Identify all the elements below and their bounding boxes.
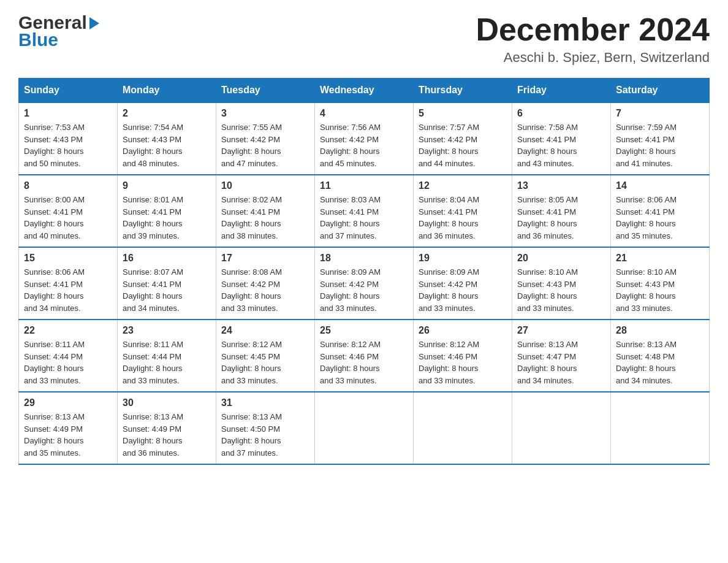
- calendar-cell: 18 Sunrise: 8:09 AM Sunset: 4:42 PM Dayl…: [315, 247, 414, 320]
- day-number: 23: [123, 325, 211, 336]
- day-info: Sunrise: 8:03 AM Sunset: 4:41 PM Dayligh…: [320, 194, 408, 242]
- header-row: SundayMondayTuesdayWednesdayThursdayFrid…: [19, 79, 710, 103]
- day-info: Sunrise: 7:55 AM Sunset: 4:42 PM Dayligh…: [221, 121, 309, 169]
- day-number: 19: [419, 253, 507, 264]
- day-info: Sunrise: 8:08 AM Sunset: 4:42 PM Dayligh…: [221, 266, 309, 314]
- calendar-cell: 9 Sunrise: 8:01 AM Sunset: 4:41 PM Dayli…: [118, 175, 216, 247]
- calendar-header: SundayMondayTuesdayWednesdayThursdayFrid…: [19, 79, 710, 103]
- calendar-cell: 28 Sunrise: 8:13 AM Sunset: 4:48 PM Dayl…: [611, 320, 710, 392]
- logo: General Blue: [18, 12, 99, 50]
- calendar-cell: 3 Sunrise: 7:55 AM Sunset: 4:42 PM Dayli…: [216, 102, 315, 175]
- day-info: Sunrise: 8:00 AM Sunset: 4:41 PM Dayligh…: [24, 194, 112, 242]
- calendar-cell: [512, 392, 611, 464]
- day-info: Sunrise: 8:04 AM Sunset: 4:41 PM Dayligh…: [419, 194, 507, 242]
- calendar-cell: 21 Sunrise: 8:10 AM Sunset: 4:43 PM Dayl…: [611, 247, 710, 320]
- day-number: 16: [123, 253, 211, 264]
- day-info: Sunrise: 8:13 AM Sunset: 4:49 PM Dayligh…: [123, 411, 211, 459]
- calendar-cell: 16 Sunrise: 8:07 AM Sunset: 4:41 PM Dayl…: [118, 247, 216, 320]
- day-number: 27: [517, 325, 605, 336]
- calendar-cell: 6 Sunrise: 7:58 AM Sunset: 4:41 PM Dayli…: [512, 102, 611, 175]
- day-info: Sunrise: 8:11 AM Sunset: 4:44 PM Dayligh…: [24, 339, 112, 386]
- day-info: Sunrise: 7:53 AM Sunset: 4:43 PM Dayligh…: [24, 121, 112, 169]
- day-number: 11: [320, 180, 408, 191]
- calendar-cell: 2 Sunrise: 7:54 AM Sunset: 4:43 PM Dayli…: [118, 102, 216, 175]
- day-info: Sunrise: 8:09 AM Sunset: 4:42 PM Dayligh…: [419, 266, 507, 314]
- day-info: Sunrise: 7:56 AM Sunset: 4:42 PM Dayligh…: [320, 121, 408, 169]
- day-number: 4: [320, 108, 408, 119]
- day-info: Sunrise: 8:10 AM Sunset: 4:43 PM Dayligh…: [616, 266, 704, 314]
- header-cell-sunday: Sunday: [19, 79, 118, 103]
- day-info: Sunrise: 8:12 AM Sunset: 4:45 PM Dayligh…: [221, 339, 309, 386]
- day-number: 10: [221, 180, 309, 191]
- calendar-table: SundayMondayTuesdayWednesdayThursdayFrid…: [18, 78, 710, 465]
- day-info: Sunrise: 8:10 AM Sunset: 4:43 PM Dayligh…: [517, 266, 605, 314]
- calendar-cell: 11 Sunrise: 8:03 AM Sunset: 4:41 PM Dayl…: [315, 175, 414, 247]
- week-row-5: 29 Sunrise: 8:13 AM Sunset: 4:49 PM Dayl…: [19, 392, 710, 464]
- header-cell-thursday: Thursday: [414, 79, 512, 103]
- day-info: Sunrise: 8:13 AM Sunset: 4:49 PM Dayligh…: [24, 411, 112, 459]
- day-number: 13: [517, 180, 605, 191]
- day-number: 6: [517, 108, 605, 119]
- header-cell-friday: Friday: [512, 79, 611, 103]
- day-number: 31: [221, 397, 309, 408]
- week-row-2: 8 Sunrise: 8:00 AM Sunset: 4:41 PM Dayli…: [19, 175, 710, 247]
- header-cell-monday: Monday: [118, 79, 216, 103]
- calendar-cell: [611, 392, 710, 464]
- day-number: 17: [221, 253, 309, 264]
- calendar-cell: 1 Sunrise: 7:53 AM Sunset: 4:43 PM Dayli…: [19, 102, 118, 175]
- day-info: Sunrise: 8:09 AM Sunset: 4:42 PM Dayligh…: [320, 266, 408, 314]
- calendar-cell: 26 Sunrise: 8:12 AM Sunset: 4:46 PM Dayl…: [414, 320, 512, 392]
- day-info: Sunrise: 8:11 AM Sunset: 4:44 PM Dayligh…: [123, 339, 211, 386]
- week-row-4: 22 Sunrise: 8:11 AM Sunset: 4:44 PM Dayl…: [19, 320, 710, 392]
- day-number: 12: [419, 180, 507, 191]
- calendar-cell: 15 Sunrise: 8:06 AM Sunset: 4:41 PM Dayl…: [19, 247, 118, 320]
- calendar-cell: 31 Sunrise: 8:13 AM Sunset: 4:50 PM Dayl…: [216, 392, 315, 464]
- day-number: 28: [616, 325, 704, 336]
- day-number: 8: [24, 180, 112, 191]
- day-info: Sunrise: 7:54 AM Sunset: 4:43 PM Dayligh…: [123, 121, 211, 169]
- day-info: Sunrise: 8:12 AM Sunset: 4:46 PM Dayligh…: [419, 339, 507, 386]
- day-info: Sunrise: 8:13 AM Sunset: 4:48 PM Dayligh…: [616, 339, 704, 386]
- day-number: 18: [320, 253, 408, 264]
- day-info: Sunrise: 8:06 AM Sunset: 4:41 PM Dayligh…: [616, 194, 704, 242]
- day-number: 5: [419, 108, 507, 119]
- logo-blue-text: Blue: [18, 29, 99, 50]
- calendar-cell: 17 Sunrise: 8:08 AM Sunset: 4:42 PM Dayl…: [216, 247, 315, 320]
- day-number: 21: [616, 253, 704, 264]
- day-number: 30: [123, 397, 211, 408]
- day-info: Sunrise: 8:06 AM Sunset: 4:41 PM Dayligh…: [24, 266, 112, 314]
- calendar-cell: 29 Sunrise: 8:13 AM Sunset: 4:49 PM Dayl…: [19, 392, 118, 464]
- day-info: Sunrise: 8:13 AM Sunset: 4:47 PM Dayligh…: [517, 339, 605, 386]
- header-cell-saturday: Saturday: [611, 79, 710, 103]
- day-info: Sunrise: 8:07 AM Sunset: 4:41 PM Dayligh…: [123, 266, 211, 314]
- calendar-cell: [315, 392, 414, 464]
- calendar-cell: 23 Sunrise: 8:11 AM Sunset: 4:44 PM Dayl…: [118, 320, 216, 392]
- month-title: December 2024: [476, 12, 710, 47]
- calendar-cell: 10 Sunrise: 8:02 AM Sunset: 4:41 PM Dayl…: [216, 175, 315, 247]
- location-text: Aeschi b. Spiez, Bern, Switzerland: [476, 50, 710, 66]
- calendar-cell: 30 Sunrise: 8:13 AM Sunset: 4:49 PM Dayl…: [118, 392, 216, 464]
- calendar-cell: [414, 392, 512, 464]
- calendar-cell: 22 Sunrise: 8:11 AM Sunset: 4:44 PM Dayl…: [19, 320, 118, 392]
- calendar-cell: 13 Sunrise: 8:05 AM Sunset: 4:41 PM Dayl…: [512, 175, 611, 247]
- calendar-cell: 4 Sunrise: 7:56 AM Sunset: 4:42 PM Dayli…: [315, 102, 414, 175]
- day-info: Sunrise: 8:12 AM Sunset: 4:46 PM Dayligh…: [320, 339, 408, 386]
- day-info: Sunrise: 8:01 AM Sunset: 4:41 PM Dayligh…: [123, 194, 211, 242]
- day-number: 2: [123, 108, 211, 119]
- week-row-1: 1 Sunrise: 7:53 AM Sunset: 4:43 PM Dayli…: [19, 102, 710, 175]
- calendar-cell: 20 Sunrise: 8:10 AM Sunset: 4:43 PM Dayl…: [512, 247, 611, 320]
- calendar-body: 1 Sunrise: 7:53 AM Sunset: 4:43 PM Dayli…: [19, 102, 710, 464]
- day-number: 20: [517, 253, 605, 264]
- calendar-cell: 12 Sunrise: 8:04 AM Sunset: 4:41 PM Dayl…: [414, 175, 512, 247]
- logo-arrow-icon: [89, 17, 99, 29]
- day-number: 26: [419, 325, 507, 336]
- day-info: Sunrise: 7:58 AM Sunset: 4:41 PM Dayligh…: [517, 121, 605, 169]
- day-number: 14: [616, 180, 704, 191]
- day-number: 7: [616, 108, 704, 119]
- day-info: Sunrise: 8:02 AM Sunset: 4:41 PM Dayligh…: [221, 194, 309, 242]
- title-section: December 2024 Aeschi b. Spiez, Bern, Swi…: [476, 12, 710, 66]
- day-number: 1: [24, 108, 112, 119]
- calendar-cell: 14 Sunrise: 8:06 AM Sunset: 4:41 PM Dayl…: [611, 175, 710, 247]
- day-number: 24: [221, 325, 309, 336]
- calendar-cell: 7 Sunrise: 7:59 AM Sunset: 4:41 PM Dayli…: [611, 102, 710, 175]
